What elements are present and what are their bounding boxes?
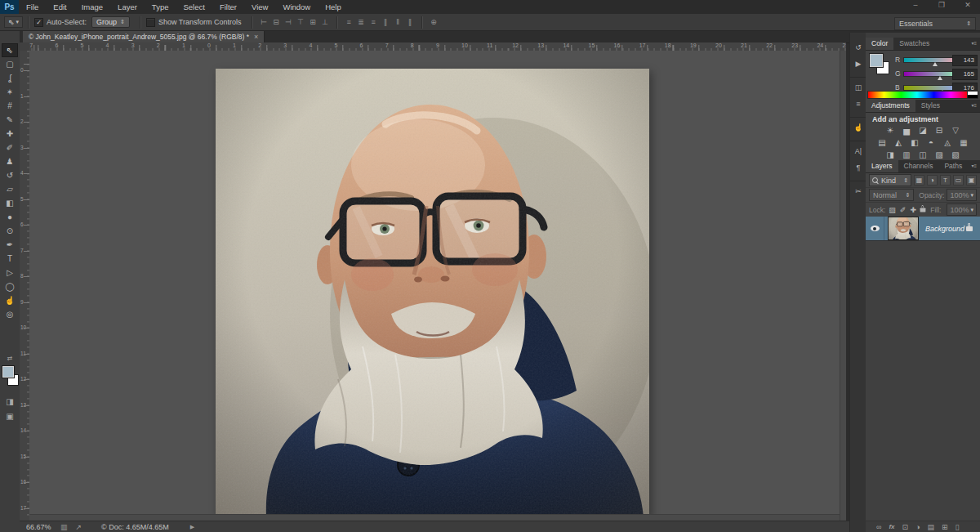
layer-thumbnail[interactable] <box>888 217 919 240</box>
channel-value-g[interactable]: 165 <box>952 69 978 80</box>
eye-icon[interactable] <box>871 226 880 231</box>
align-vertical-centers-icon[interactable]: ⊞ <box>307 16 319 29</box>
menu-window[interactable]: Window <box>275 0 318 14</box>
properties-panel-icon[interactable]: ◫ <box>850 77 866 96</box>
menu-file[interactable]: File <box>19 0 46 14</box>
restore-button[interactable]: ❐ <box>934 1 949 9</box>
panel-menu-icon[interactable]: ▾≡ <box>971 160 980 172</box>
white-black-ramp[interactable] <box>967 91 978 99</box>
channel-mixer-icon[interactable]: ◬ <box>942 137 953 150</box>
align-right-edges-icon[interactable]: ⊣ <box>283 16 295 29</box>
color-spectrum-ramp[interactable] <box>867 91 969 99</box>
auto-align-layers-icon[interactable]: ⊕ <box>428 16 440 29</box>
character-panel-icon[interactable]: A| <box>850 141 866 159</box>
clone-stamp-tool[interactable]: ♟ <box>2 154 18 168</box>
tab-adjustments[interactable]: Adjustments <box>866 100 915 112</box>
auto-select-target-dropdown[interactable]: Group ⇕ <box>91 16 130 28</box>
menu-help[interactable]: Help <box>318 0 349 14</box>
hue-saturation-icon[interactable]: ▤ <box>876 137 888 150</box>
distribute-vertical-centers-icon[interactable]: ≣ <box>355 16 368 29</box>
foreground-color-swatch[interactable] <box>870 54 883 67</box>
document-image[interactable] <box>216 69 649 517</box>
menu-edit[interactable]: Edit <box>46 0 74 14</box>
auto-select-checkbox[interactable]: ✓ <box>34 18 43 27</box>
lock-position-icon[interactable]: ✚ <box>910 206 916 214</box>
menu-image[interactable]: Image <box>74 0 110 14</box>
history-brush-tool[interactable]: ↺ <box>2 168 18 182</box>
black-white-icon[interactable]: ◧ <box>909 137 920 150</box>
panel-menu-icon[interactable]: ▾≡ <box>971 100 980 112</box>
screen-mode-button[interactable]: ▣ <box>2 412 18 421</box>
distribute-left-edges-icon[interactable]: ∥ <box>380 16 392 29</box>
quick-selection-tool[interactable]: ✶ <box>2 85 18 99</box>
workspace-switcher[interactable]: Essentials ⇕ <box>894 17 976 30</box>
levels-icon[interactable]: ▅ <box>901 125 912 137</box>
distribute-right-edges-icon[interactable]: ∥ <box>404 16 416 29</box>
tab-layers[interactable]: Layers <box>866 160 898 172</box>
close-button[interactable]: ✕ <box>960 1 975 9</box>
minimize-button[interactable]: – <box>908 1 923 9</box>
layer-row[interactable]: Background <box>866 217 980 241</box>
color-balance-icon[interactable]: ◭ <box>893 137 904 150</box>
delete-layer-icon[interactable]: ▯ <box>956 523 960 531</box>
new-layer-icon[interactable]: ⊞ <box>942 523 948 531</box>
new-group-icon[interactable]: ▤ <box>928 523 935 531</box>
eraser-tool[interactable]: ▱ <box>2 182 18 196</box>
type-tool[interactable]: T <box>2 252 18 266</box>
menu-layer[interactable]: Layer <box>110 0 145 14</box>
dodge-tool[interactable]: ⊙ <box>2 224 18 238</box>
eyedropper-tool[interactable]: ✎ <box>2 113 18 127</box>
panel-menu-icon[interactable]: ▾≡ <box>971 38 980 50</box>
align-horizontal-centers-icon[interactable]: ⊟ <box>270 16 283 29</box>
layer-effects-icon[interactable]: fx <box>889 523 894 530</box>
menu-type[interactable]: Type <box>145 0 176 14</box>
blur-tool[interactable]: ● <box>2 210 18 224</box>
show-transform-checkbox[interactable] <box>146 18 155 27</box>
rectangular-marquee-tool[interactable]: ▢ <box>2 57 18 71</box>
slider-thumb-icon[interactable] <box>933 62 938 66</box>
brush-tool[interactable]: ✐ <box>2 141 18 154</box>
crop-tool[interactable]: # <box>2 99 18 113</box>
spot-healing-brush-tool[interactable]: ✚ <box>2 127 18 141</box>
curves-icon[interactable]: ◪ <box>917 125 929 137</box>
visibility-cell[interactable] <box>866 217 884 240</box>
horizontal-scrollbar[interactable] <box>29 514 846 521</box>
link-layers-icon[interactable]: ∞ <box>876 523 881 531</box>
align-bottom-edges-icon[interactable]: ⊥ <box>319 16 332 29</box>
add-layer-mask-icon[interactable]: ⊡ <box>902 523 909 531</box>
canvas-area[interactable] <box>29 51 846 521</box>
lock-transparency-icon[interactable]: ▨ <box>889 206 896 214</box>
document-tab[interactable]: © John_Keatley_iPhone_portrait_Andrew_50… <box>23 31 265 42</box>
vibrance-icon[interactable]: ▽ <box>950 125 961 137</box>
exposure-icon[interactable]: ⊟ <box>933 125 945 137</box>
align-left-edges-icon[interactable]: ⊢ <box>258 16 270 29</box>
gradient-tool[interactable]: ◧ <box>2 196 18 210</box>
opacity-field[interactable]: 100% ▾ <box>947 189 977 201</box>
fill-field[interactable]: 100% ▾ <box>947 203 977 216</box>
mini-bridge-icon[interactable]: ▥ <box>60 523 68 531</box>
blend-mode-dropdown[interactable]: Normal ⇕ <box>869 189 914 201</box>
paragraph-panel-icon[interactable]: ¶ <box>850 159 866 176</box>
photo-filter-icon[interactable]: ◓ <box>925 137 937 150</box>
menu-select[interactable]: Select <box>176 0 212 14</box>
tab-swatches[interactable]: Swatches <box>893 38 935 50</box>
swap-colors-icon[interactable]: ⇄ <box>2 355 18 362</box>
menu-view[interactable]: View <box>244 0 275 14</box>
status-expand-arrow-icon[interactable]: ▶ <box>190 524 194 530</box>
actions-panel-icon[interactable]: ▶ <box>850 56 866 72</box>
hand-tool[interactable]: ☝ <box>2 293 18 307</box>
lasso-tool[interactable]: ʆ <box>2 71 18 85</box>
share-icon[interactable]: ↗ <box>76 523 82 531</box>
quick-mask-button[interactable]: ◨ <box>2 397 18 406</box>
ellipse-tool[interactable]: ◯ <box>2 279 18 293</box>
foreground-color-swatch[interactable] <box>2 366 14 378</box>
tool-preset-picker[interactable]: ⇖ ▾ <box>4 16 23 28</box>
distribute-bottom-edges-icon[interactable]: ≡ <box>368 16 380 29</box>
new-adjustment-layer-icon[interactable]: ◑ <box>915 523 920 531</box>
history-panel-icon[interactable]: ↺ <box>850 39 866 56</box>
info-panel-icon[interactable]: ≡ <box>850 96 866 112</box>
vertical-scrollbar[interactable] <box>840 51 846 521</box>
filter-pixel-layers-icon[interactable]: ▦ <box>914 175 924 186</box>
color-lookup-icon[interactable]: ▦ <box>958 137 969 150</box>
filter-adjustment-layers-icon[interactable]: ◑ <box>927 175 938 186</box>
